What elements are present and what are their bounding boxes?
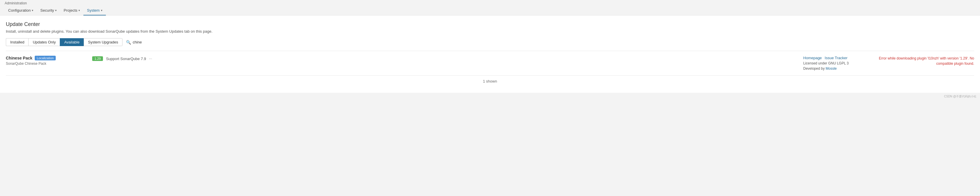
tab-available[interactable]: Available bbox=[60, 38, 84, 46]
plugin-error: Error while downloading plugin 'l10nzh' … bbox=[872, 56, 974, 66]
plugin-middle: 1.29 Support SonarQube 7.9 ··· bbox=[92, 56, 799, 61]
chevron-down-icon: ▾ bbox=[101, 9, 102, 12]
page-title: Update Center bbox=[6, 21, 974, 27]
search-icon: 🔍 bbox=[126, 40, 131, 45]
nav-bar: Configuration ▾ Security ▾ Projects ▾ Sy… bbox=[5, 6, 975, 15]
nav-item-security[interactable]: Security ▾ bbox=[37, 6, 60, 16]
homepage-link[interactable]: Homepage bbox=[803, 56, 822, 60]
plugin-name-row: Chinese Pack Localization bbox=[6, 56, 88, 61]
tab-installed[interactable]: Installed bbox=[6, 38, 28, 46]
version-badge: 1.29 bbox=[92, 56, 103, 61]
plugin-name: Chinese Pack bbox=[6, 56, 32, 61]
watermark: CSDN @不爱代码的小社 bbox=[0, 93, 980, 100]
plugin-badge: Localization bbox=[35, 56, 56, 61]
nav-item-system[interactable]: System ▾ bbox=[83, 6, 106, 16]
nav-item-configuration[interactable]: Configuration ▾ bbox=[5, 6, 37, 16]
support-text: Support SonarQube 7.9 bbox=[106, 57, 146, 61]
chevron-down-icon: ▾ bbox=[55, 9, 57, 12]
tab-updates-only[interactable]: Updates Only bbox=[28, 38, 60, 46]
nav-label-security: Security bbox=[40, 8, 54, 13]
search-value: chine bbox=[133, 40, 142, 44]
plugin-links-row: Homepage Issue Tracker bbox=[803, 56, 867, 60]
nav-label-projects: Projects bbox=[64, 8, 77, 13]
search-area: 🔍 chine bbox=[126, 40, 142, 45]
ellipsis-button[interactable]: ··· bbox=[149, 56, 152, 61]
nav-label-system: System bbox=[87, 8, 99, 13]
plugin-license: Licensed under GNU LGPL 3 bbox=[803, 61, 867, 65]
footer-shown-count: 1 shown bbox=[6, 75, 974, 87]
chevron-down-icon: ▾ bbox=[32, 9, 33, 12]
issue-tracker-link[interactable]: Issue Tracker bbox=[825, 56, 848, 60]
plugin-links: Homepage Issue Tracker Licensed under GN… bbox=[803, 56, 867, 70]
plugin-developer: Developed by Mossle bbox=[803, 67, 867, 70]
plugin-subtitle: SonarQube Chinese Pack bbox=[6, 62, 88, 65]
developer-link[interactable]: Mossle bbox=[826, 67, 837, 70]
plugin-row: Chinese Pack Localization SonarQube Chin… bbox=[6, 51, 974, 75]
developed-by-label: Developed by bbox=[803, 67, 826, 70]
page-description: Install, uninstall and delete plugins. Y… bbox=[6, 29, 974, 33]
tab-bar: Installed Updates Only Available System … bbox=[6, 38, 974, 46]
nav-item-projects[interactable]: Projects ▾ bbox=[60, 6, 83, 16]
nav-label-configuration: Configuration bbox=[8, 8, 30, 13]
plugin-left: Chinese Pack Localization SonarQube Chin… bbox=[6, 56, 88, 65]
chevron-down-icon: ▾ bbox=[78, 9, 80, 12]
admin-title: Administration bbox=[5, 0, 975, 6]
tab-system-upgrades[interactable]: System Upgrades bbox=[84, 38, 123, 46]
